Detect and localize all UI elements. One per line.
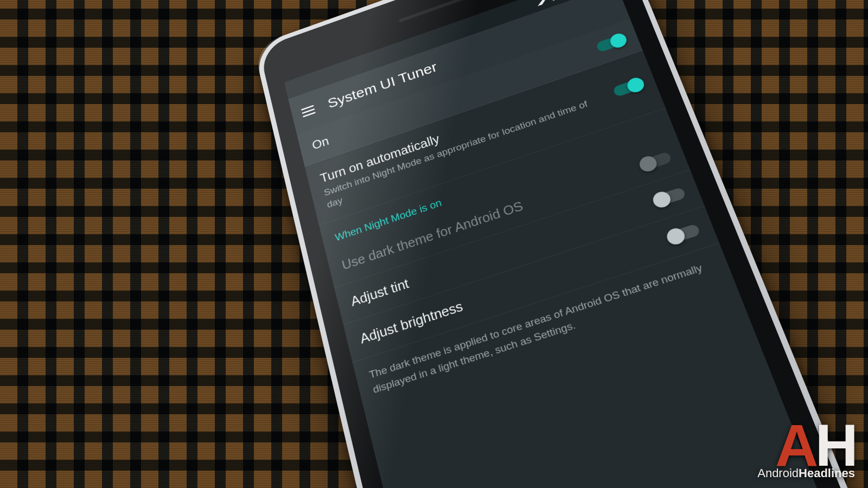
photo-stage: 12:27 System UI Tuner On Turn on automat… xyxy=(0,0,868,488)
watermark-line1: Android xyxy=(757,466,799,480)
switch-dark-theme[interactable] xyxy=(640,151,672,171)
cell-signal-icon xyxy=(551,0,563,1)
watermark-line2: Headlines xyxy=(799,466,855,480)
switch-brightness[interactable] xyxy=(667,223,700,244)
screen: 12:27 System UI Tuner On Turn on automat… xyxy=(284,0,847,488)
switch-tint[interactable] xyxy=(654,187,686,207)
switch-on[interactable] xyxy=(596,34,626,52)
switch-auto[interactable] xyxy=(612,78,643,97)
menu-icon[interactable] xyxy=(301,105,316,117)
watermark: AH AndroidHeadlines xyxy=(757,422,855,480)
wifi-icon xyxy=(535,0,548,6)
